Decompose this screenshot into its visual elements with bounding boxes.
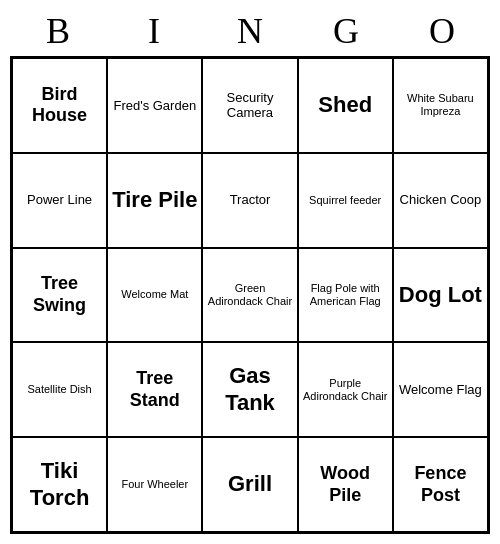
- cell-text-16: Tree Stand: [112, 368, 197, 411]
- bingo-cell-3: Shed: [298, 58, 393, 153]
- cell-text-5: Power Line: [27, 192, 92, 208]
- cell-text-14: Dog Lot: [399, 282, 482, 308]
- bingo-cell-14: Dog Lot: [393, 248, 488, 343]
- bingo-cell-21: Four Wheeler: [107, 437, 202, 532]
- bingo-header: BINGO: [10, 10, 490, 52]
- bingo-cell-18: Purple Adirondack Chair: [298, 342, 393, 437]
- bingo-cell-16: Tree Stand: [107, 342, 202, 437]
- cell-text-10: Tree Swing: [17, 273, 102, 316]
- cell-text-17: Gas Tank: [207, 363, 292, 416]
- bingo-cell-1: Fred's Garden: [107, 58, 202, 153]
- cell-text-0: Bird House: [17, 84, 102, 127]
- cell-text-11: Welcome Mat: [121, 288, 188, 301]
- bingo-cell-8: Squirrel feeder: [298, 153, 393, 248]
- cell-text-23: Wood Pile: [303, 463, 388, 506]
- bingo-cell-20: Tiki Torch: [12, 437, 107, 532]
- bingo-cell-15: Satellite Dish: [12, 342, 107, 437]
- cell-text-19: Welcome Flag: [399, 382, 482, 398]
- bingo-cell-24: Fence Post: [393, 437, 488, 532]
- cell-text-13: Flag Pole with American Flag: [303, 282, 388, 308]
- bingo-cell-0: Bird House: [12, 58, 107, 153]
- cell-text-18: Purple Adirondack Chair: [303, 377, 388, 403]
- bingo-cell-19: Welcome Flag: [393, 342, 488, 437]
- bingo-cell-5: Power Line: [12, 153, 107, 248]
- bingo-cell-12: Green Adirondack Chair: [202, 248, 297, 343]
- bingo-cell-2: Security Camera: [202, 58, 297, 153]
- header-letter-g: G: [298, 10, 394, 52]
- cell-text-15: Satellite Dish: [27, 383, 91, 396]
- bingo-cell-13: Flag Pole with American Flag: [298, 248, 393, 343]
- cell-text-22: Grill: [228, 471, 272, 497]
- bingo-cell-10: Tree Swing: [12, 248, 107, 343]
- bingo-cell-22: Grill: [202, 437, 297, 532]
- cell-text-3: Shed: [318, 92, 372, 118]
- cell-text-21: Four Wheeler: [121, 478, 188, 491]
- header-letter-n: N: [202, 10, 298, 52]
- bingo-cell-17: Gas Tank: [202, 342, 297, 437]
- bingo-cell-6: Tire Pile: [107, 153, 202, 248]
- bingo-cell-4: White Subaru Impreza: [393, 58, 488, 153]
- cell-text-24: Fence Post: [398, 463, 483, 506]
- cell-text-6: Tire Pile: [112, 187, 197, 213]
- cell-text-4: White Subaru Impreza: [398, 92, 483, 118]
- header-letter-o: O: [394, 10, 490, 52]
- bingo-cell-11: Welcome Mat: [107, 248, 202, 343]
- bingo-cell-7: Tractor: [202, 153, 297, 248]
- cell-text-20: Tiki Torch: [17, 458, 102, 511]
- bingo-cell-23: Wood Pile: [298, 437, 393, 532]
- bingo-cell-9: Chicken Coop: [393, 153, 488, 248]
- cell-text-9: Chicken Coop: [400, 192, 482, 208]
- header-letter-i: I: [106, 10, 202, 52]
- cell-text-1: Fred's Garden: [113, 98, 196, 114]
- cell-text-7: Tractor: [230, 192, 271, 208]
- cell-text-2: Security Camera: [207, 90, 292, 121]
- bingo-grid: Bird HouseFred's GardenSecurity CameraSh…: [10, 56, 490, 534]
- header-letter-b: B: [10, 10, 106, 52]
- cell-text-8: Squirrel feeder: [309, 194, 381, 207]
- cell-text-12: Green Adirondack Chair: [207, 282, 292, 308]
